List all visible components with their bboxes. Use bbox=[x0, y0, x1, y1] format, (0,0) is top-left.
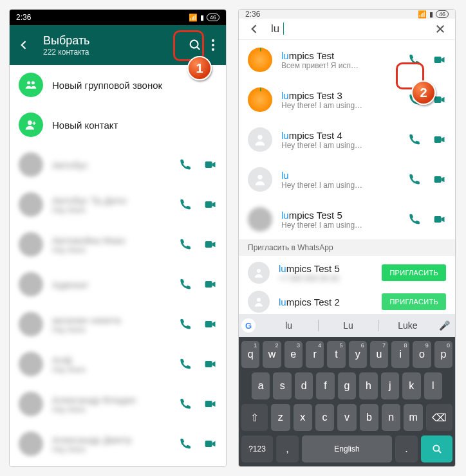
call-icon[interactable] bbox=[407, 53, 420, 66]
list-item[interactable]: Александр ЗеленоHey there bbox=[10, 464, 226, 466]
key-k[interactable]: k bbox=[402, 372, 420, 399]
list-item[interactable]: lu Hey there! I am using… bbox=[239, 160, 455, 199]
new-contact[interactable]: Новый контакт bbox=[10, 105, 226, 145]
suggestion[interactable]: Luke bbox=[378, 320, 437, 331]
video-icon[interactable] bbox=[204, 398, 217, 410]
key-l[interactable]: l bbox=[424, 372, 442, 399]
key-h[interactable]: h bbox=[359, 372, 377, 399]
key-n[interactable]: n bbox=[382, 404, 400, 431]
google-icon[interactable]: G bbox=[241, 318, 256, 333]
key-r[interactable]: 4r bbox=[306, 341, 324, 368]
invite-button[interactable]: ПРИГЛАСИТЬ bbox=[382, 293, 446, 310]
svg-point-23 bbox=[257, 269, 261, 273]
suggestion[interactable]: Lu bbox=[319, 320, 377, 331]
svg-rect-9 bbox=[205, 241, 212, 248]
callout-badge-1: 1 bbox=[187, 56, 212, 80]
video-icon[interactable] bbox=[204, 437, 217, 450]
mic-icon[interactable]: 🎤 bbox=[437, 320, 452, 331]
video-icon[interactable] bbox=[204, 318, 217, 331]
video-icon[interactable] bbox=[204, 358, 217, 371]
call-icon[interactable] bbox=[178, 238, 191, 251]
key-comma[interactable]: , bbox=[276, 435, 299, 462]
list-item[interactable]: Автобус bbox=[10, 145, 226, 185]
video-icon[interactable] bbox=[433, 133, 446, 146]
key-shift[interactable]: ⇧ bbox=[241, 404, 268, 431]
key-g[interactable]: g bbox=[338, 372, 356, 399]
menu-button[interactable] bbox=[207, 39, 219, 51]
clear-search-button[interactable] bbox=[434, 23, 446, 35]
list-item[interactable]: аксинин никитаHey there bbox=[10, 304, 226, 344]
back-button[interactable] bbox=[16, 39, 32, 51]
invite-item[interactable]: lumpics Test 2 ПРИГЛАСИТЬ bbox=[239, 289, 455, 314]
status-bar: 2:36 📶 ▮ 46 bbox=[239, 10, 455, 19]
video-icon[interactable] bbox=[204, 158, 217, 171]
key-m[interactable]: m bbox=[404, 404, 422, 431]
key-backspace[interactable]: ⌫ bbox=[426, 404, 452, 431]
video-icon[interactable] bbox=[433, 213, 446, 226]
call-icon[interactable] bbox=[178, 437, 191, 450]
keyboard-suggestions: G lu Lu Luke 🎤 bbox=[239, 314, 455, 337]
list-item[interactable]: lumpics Test 5 Hey there! I am using… bbox=[239, 199, 455, 239]
search-input[interactable]: lu bbox=[271, 23, 424, 35]
key-q[interactable]: 1q bbox=[241, 341, 259, 368]
key-enter[interactable] bbox=[421, 435, 452, 462]
status-right: 📶 ▮ 46 bbox=[418, 10, 449, 19]
key-w[interactable]: 2w bbox=[263, 341, 281, 368]
key-space[interactable]: English bbox=[302, 435, 392, 462]
key-f[interactable]: f bbox=[316, 372, 334, 399]
key-i[interactable]: 8i bbox=[391, 341, 409, 368]
suggestion[interactable]: lu bbox=[259, 320, 318, 331]
list-item[interactable]: Александр ВладисHey there bbox=[10, 384, 226, 424]
key-c[interactable]: c bbox=[315, 404, 334, 431]
call-icon[interactable] bbox=[178, 158, 191, 171]
call-icon[interactable] bbox=[178, 398, 191, 410]
key-symbols[interactable]: ?123 bbox=[241, 435, 273, 462]
key-t[interactable]: 5t bbox=[327, 341, 345, 368]
video-icon[interactable] bbox=[433, 53, 446, 66]
key-d[interactable]: d bbox=[295, 372, 313, 399]
invite-section-label: Пригласить в WhatsApp bbox=[239, 239, 455, 256]
key-j[interactable]: j bbox=[381, 372, 399, 399]
key-a[interactable]: a bbox=[252, 372, 270, 399]
key-v[interactable]: v bbox=[337, 404, 356, 431]
avatar bbox=[248, 167, 272, 192]
call-icon[interactable] bbox=[407, 213, 420, 226]
key-z[interactable]: z bbox=[271, 404, 290, 431]
key-o[interactable]: 9o bbox=[413, 341, 431, 368]
video-icon[interactable] bbox=[204, 278, 217, 291]
invite-button[interactable]: ПРИГЛАСИТЬ bbox=[382, 264, 446, 281]
key-s[interactable]: s bbox=[273, 372, 291, 399]
status-bar: 2:36 📶 ▮ 46 bbox=[10, 10, 226, 25]
call-icon[interactable] bbox=[407, 133, 420, 146]
contact-name: lumpics Test 3 bbox=[281, 90, 398, 101]
list-item[interactable]: Александр ДмитрHey there bbox=[10, 424, 226, 464]
video-icon[interactable] bbox=[433, 173, 446, 186]
list-item[interactable]: Автомойка МаксHey there bbox=[10, 224, 226, 264]
video-icon[interactable] bbox=[204, 198, 217, 211]
key-p[interactable]: 0p bbox=[434, 341, 452, 368]
list-item[interactable]: Автобус Тр.ДепоHey there bbox=[10, 185, 226, 224]
call-icon[interactable] bbox=[178, 318, 191, 331]
list-item[interactable]: lumpics Test Всем привет! Я исп… bbox=[239, 40, 455, 80]
call-icon[interactable] bbox=[178, 198, 191, 211]
status-right: 📶 ▮ 46 bbox=[189, 14, 219, 22]
list-item[interactable]: Адвокат bbox=[10, 264, 226, 304]
call-icon[interactable] bbox=[407, 173, 420, 186]
list-item[interactable]: АлфHey there bbox=[10, 344, 226, 384]
video-icon[interactable] bbox=[204, 238, 217, 251]
key-b[interactable]: b bbox=[360, 404, 378, 431]
key-e[interactable]: 3e bbox=[284, 341, 303, 368]
search-button[interactable] bbox=[183, 33, 207, 57]
back-button[interactable] bbox=[248, 23, 261, 35]
call-icon[interactable] bbox=[178, 358, 191, 371]
key-u[interactable]: 7u bbox=[370, 341, 388, 368]
wifi-icon: 📶 bbox=[418, 10, 427, 19]
invite-item[interactable]: lumpics Test 5 +7 000 000 00 00 ПРИГЛАСИ… bbox=[239, 256, 455, 289]
key-y[interactable]: 6y bbox=[349, 341, 367, 368]
list-item[interactable]: lumpics Test 4 Hey there! I am using… bbox=[239, 120, 455, 160]
svg-point-0 bbox=[191, 41, 198, 48]
call-icon[interactable] bbox=[178, 278, 191, 291]
key-x[interactable]: x bbox=[294, 404, 312, 431]
key-period[interactable]: . bbox=[395, 435, 418, 462]
contact-status: Всем привет! Я исп… bbox=[281, 61, 398, 70]
